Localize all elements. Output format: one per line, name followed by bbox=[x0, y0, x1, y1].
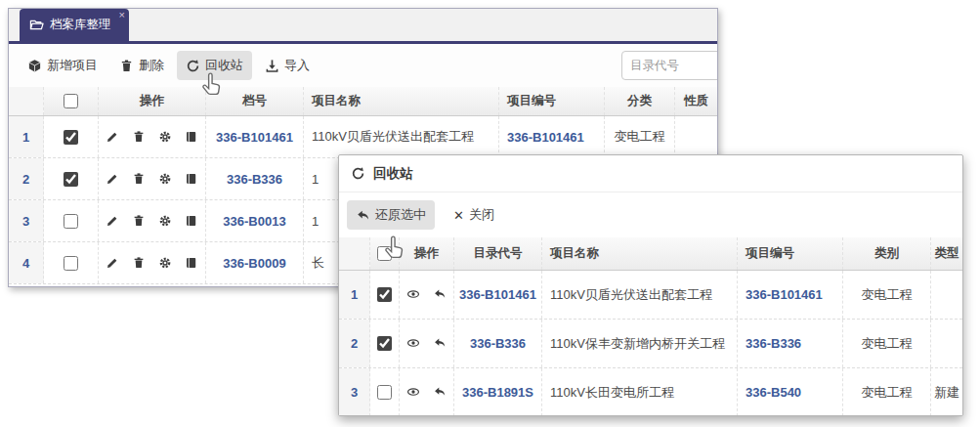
import-label: 导入 bbox=[284, 57, 310, 74]
archive-book-icon[interactable] bbox=[185, 256, 199, 271]
restore-selected-button[interactable]: 还原选中 bbox=[347, 200, 435, 230]
recycle-icon bbox=[351, 166, 365, 181]
row-checkbox[interactable] bbox=[377, 385, 392, 400]
header-project-number: 项目编号 bbox=[738, 237, 843, 270]
restore-selected-label: 还原选中 bbox=[375, 206, 426, 224]
type-value bbox=[931, 271, 962, 319]
close-label: 关闭 bbox=[469, 206, 494, 224]
row-checkbox[interactable] bbox=[64, 214, 78, 229]
category-value: 变电工程 bbox=[843, 368, 931, 416]
restore-arrow-icon[interactable] bbox=[433, 336, 447, 351]
add-project-label: 新增项目 bbox=[47, 57, 98, 74]
catalog-code[interactable]: 336-B336 bbox=[454, 320, 542, 367]
settings-gear-icon[interactable] bbox=[158, 214, 173, 229]
edit-icon[interactable] bbox=[106, 256, 120, 271]
project-number: 336-B540 bbox=[738, 368, 843, 416]
tab-close-icon[interactable]: × bbox=[119, 10, 125, 21]
row-number: 3 bbox=[9, 200, 44, 241]
row-checkbox-cell bbox=[44, 242, 99, 283]
category-value: 变电工程 bbox=[843, 320, 931, 367]
view-eye-icon[interactable] bbox=[406, 385, 421, 400]
header-catalog-code: 目录代号 bbox=[454, 237, 542, 270]
delete-icon[interactable] bbox=[132, 256, 147, 271]
settings-gear-icon[interactable] bbox=[158, 130, 173, 145]
project-name: 110kV长田变电所工程 bbox=[542, 368, 738, 416]
tab-archive[interactable]: 档案库整理 × bbox=[20, 9, 129, 41]
header-index bbox=[9, 87, 44, 115]
trash-icon bbox=[119, 59, 134, 73]
header-operations: 操作 bbox=[400, 237, 454, 270]
header-operations: 操作 bbox=[99, 87, 206, 115]
dialog-title: 回收站 bbox=[373, 165, 413, 183]
row-checkbox[interactable] bbox=[64, 130, 78, 145]
delete-icon[interactable] bbox=[132, 130, 147, 145]
edit-icon[interactable] bbox=[106, 172, 120, 187]
folder-icon bbox=[29, 18, 44, 32]
row-actions bbox=[99, 158, 206, 199]
import-arrow-icon bbox=[265, 59, 279, 73]
category-value: 变电工程 bbox=[605, 116, 675, 157]
table-row: 1 336-B101461 110kV贝盾光伏送出配套工程 336-B10146… bbox=[9, 116, 717, 158]
page: 档案库整理 × 新增项目 删除 回收站 bbox=[0, 0, 980, 427]
add-project-button[interactable]: 新增项目 bbox=[19, 51, 107, 80]
header-index bbox=[339, 237, 370, 270]
row-checkbox[interactable] bbox=[377, 287, 392, 302]
file-code[interactable]: 336-B0013 bbox=[206, 200, 304, 241]
edit-icon[interactable] bbox=[106, 214, 120, 229]
delete-label: 删除 bbox=[139, 57, 164, 74]
project-number: 336-B101461 bbox=[738, 271, 843, 319]
cube-icon bbox=[27, 59, 42, 73]
import-button[interactable]: 导入 bbox=[256, 51, 319, 80]
header-checkbox-cell bbox=[370, 237, 400, 270]
row-actions bbox=[400, 271, 454, 319]
row-actions bbox=[400, 368, 454, 416]
archive-book-icon[interactable] bbox=[185, 214, 199, 229]
close-dialog-button[interactable]: ✕ 关闭 bbox=[445, 200, 503, 230]
main-table-header: 操作 档号 项目名称 项目编号 分类 性质 bbox=[9, 87, 717, 116]
row-actions bbox=[99, 116, 206, 157]
file-code[interactable]: 336-B0009 bbox=[206, 242, 304, 283]
catalog-code[interactable]: 336-B101461 bbox=[454, 271, 542, 319]
recycle-bin-dialog: 回收站 还原选中 ✕ 关闭 操作 目录代号 项目名称 项目编号 类别 bbox=[338, 154, 963, 416]
archive-book-icon[interactable] bbox=[185, 130, 199, 145]
toolbar: 新增项目 删除 回收站 导入 bbox=[9, 44, 717, 87]
project-name: 110kV贝盾光伏送出配套工程 bbox=[542, 271, 738, 319]
view-eye-icon[interactable] bbox=[406, 287, 421, 302]
row-checkbox[interactable] bbox=[377, 336, 392, 351]
delete-button[interactable]: 删除 bbox=[110, 51, 173, 80]
table-row: 3 336-B1891S 110kV长田变电所工程 336-B540 变电工程 … bbox=[339, 368, 962, 416]
restore-arrow-icon[interactable] bbox=[433, 287, 447, 302]
dialog-table-header: 操作 目录代号 项目名称 项目编号 类别 类型 bbox=[339, 237, 962, 271]
row-actions bbox=[400, 320, 454, 367]
row-checkbox-cell bbox=[370, 320, 400, 367]
undo-arrow-icon bbox=[356, 208, 370, 223]
file-code[interactable]: 336-B336 bbox=[206, 158, 304, 199]
delete-icon[interactable] bbox=[132, 172, 147, 187]
row-checkbox-cell bbox=[44, 200, 99, 241]
file-code[interactable]: 336-B101461 bbox=[206, 116, 304, 157]
row-checkbox-cell bbox=[370, 368, 400, 416]
archive-book-icon[interactable] bbox=[185, 172, 199, 187]
edit-icon[interactable] bbox=[106, 130, 120, 145]
type-value bbox=[931, 320, 962, 367]
row-number: 2 bbox=[9, 158, 44, 199]
project-name: 110kV贝盾光伏送出配套工程 bbox=[304, 116, 499, 157]
row-checkbox[interactable] bbox=[64, 172, 78, 187]
settings-gear-icon[interactable] bbox=[158, 172, 173, 187]
restore-arrow-icon[interactable] bbox=[433, 385, 447, 400]
recycle-bin-button[interactable]: 回收站 bbox=[177, 51, 252, 80]
header-nature: 性质 bbox=[675, 87, 717, 115]
select-all-checkbox[interactable] bbox=[377, 246, 392, 261]
recycle-bin-label: 回收站 bbox=[205, 57, 243, 74]
catalog-code[interactable]: 336-B1891S bbox=[454, 368, 542, 416]
header-category: 分类 bbox=[605, 87, 675, 115]
row-checkbox[interactable] bbox=[64, 256, 78, 271]
view-eye-icon[interactable] bbox=[406, 336, 421, 351]
row-number: 1 bbox=[9, 116, 44, 157]
delete-icon[interactable] bbox=[132, 214, 147, 229]
row-checkbox-cell bbox=[44, 158, 99, 199]
project-number: 336-B101461 bbox=[499, 116, 605, 157]
catalog-code-search-input[interactable] bbox=[621, 51, 718, 80]
settings-gear-icon[interactable] bbox=[158, 256, 173, 271]
select-all-checkbox[interactable] bbox=[64, 94, 78, 108]
